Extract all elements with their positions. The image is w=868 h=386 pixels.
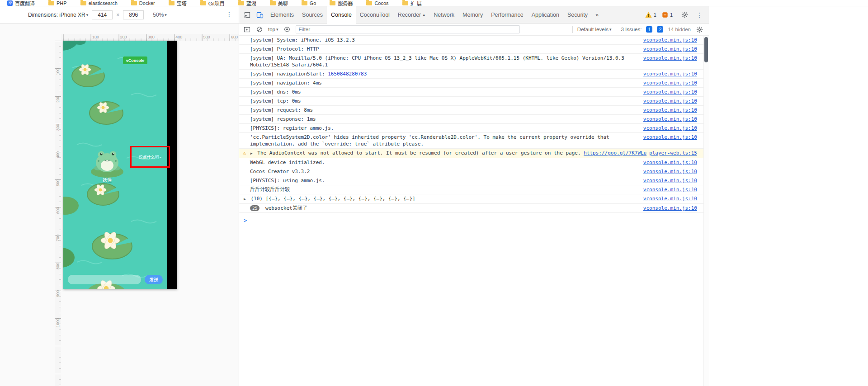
console-log-area: vconsole.min.js:10 ⚠ [system] System: iP… <box>239 36 709 386</box>
devtools-tab[interactable]: Security <box>563 6 592 23</box>
bookmark-item[interactable]: 译 elasticsearch <box>80 0 118 6</box>
send-button[interactable]: 发送 <box>145 275 163 284</box>
console-message: vconsole.min.js:10 ⚠ [system] response: … <box>239 115 703 124</box>
console-filter-input[interactable] <box>296 25 520 33</box>
bookmark-label: 美聊 <box>278 0 288 6</box>
devtools-tab[interactable]: Console <box>327 6 356 23</box>
chat-input[interactable] <box>68 275 141 284</box>
inspect-icon[interactable] <box>241 6 254 23</box>
log-levels-select[interactable]: Default levels ▾ <box>577 27 612 32</box>
folder-icon <box>270 1 276 5</box>
ruler-slot: 400 <box>55 151 61 179</box>
bookmark-label: 扩 展 <box>410 0 422 6</box>
source-link[interactable]: vconsole.min.js:10 <box>643 177 697 184</box>
source-link[interactable]: vconsole.min.js:10 <box>643 55 697 61</box>
devtools-tab[interactable]: Network <box>429 6 458 23</box>
chevron-down-icon: ▾ <box>165 13 167 17</box>
bookmark-item[interactable]: 译 蓝湖 <box>238 0 256 6</box>
devtools-tab[interactable]: Recorder ▲ <box>394 6 429 23</box>
zoom-select[interactable]: 50% ▾ <box>153 12 167 18</box>
devtools-tab[interactable]: Application <box>528 6 563 23</box>
message-text: [system] navigationStart: <box>250 71 328 77</box>
source-link[interactable]: vconsole.min.js:10 <box>643 195 697 202</box>
bookmark-item[interactable]: 译 Go <box>302 0 316 6</box>
divider <box>616 26 616 33</box>
issue-badge[interactable]: 1 <box>646 26 652 33</box>
source-link[interactable]: vconsole.min.js:10 <box>643 159 697 166</box>
js-context-select[interactable]: top ▾ <box>268 27 278 32</box>
console-prompt[interactable]: > <box>239 213 709 224</box>
devtools-tab[interactable]: Memory <box>458 6 487 23</box>
zoom-value: 50% <box>153 12 164 18</box>
console-scrollbar[interactable] <box>703 36 709 386</box>
source-link[interactable]: vconsole.min.js:10 <box>643 71 697 77</box>
settings-icon[interactable] <box>678 11 691 18</box>
ruler-label: 300 <box>146 34 174 41</box>
source-link[interactable]: vconsole.min.js:10 <box>643 37 697 43</box>
height-input[interactable] <box>123 10 144 19</box>
expand-arrow-icon[interactable]: ▶ <box>244 197 246 201</box>
divider <box>572 26 573 33</box>
source-link[interactable]: vconsole.min.js:10 <box>643 89 697 95</box>
bookmark-item[interactable]: 译 Git项目 <box>200 0 225 6</box>
issues-label[interactable]: 3 Issues: <box>621 27 642 32</box>
devtools-tab[interactable]: Elements <box>266 6 298 23</box>
console-message: vconsole.min.js:10 ⚠ [PHYSICS]: register… <box>239 124 703 133</box>
console-settings-icon[interactable] <box>695 26 703 33</box>
devtools-tab[interactable]: Sources <box>298 6 327 23</box>
bookmark-label: 蓝湖 <box>246 0 256 6</box>
folder-icon <box>131 1 137 5</box>
clear-console-icon[interactable] <box>255 26 264 33</box>
source-link[interactable]: player-web.ts:15 <box>649 150 697 156</box>
devtools-tab[interactable]: CoconuTool <box>356 6 394 23</box>
devtools-tabbar: Elements Sources Console CoconuTool Reco… <box>239 6 709 24</box>
bookmark-item[interactable]: 译 宝塔 <box>169 0 187 6</box>
bookmark-item[interactable]: 译 Docker <box>131 0 155 6</box>
more-tabs-button[interactable]: » <box>592 6 602 23</box>
ruler-label: 1000 <box>56 318 60 328</box>
expand-arrow-icon[interactable]: ▶ <box>250 151 253 155</box>
device-options-icon[interactable]: ⋮ <box>226 11 232 18</box>
source-link[interactable]: vconsole.min.js:10 <box>643 205 697 212</box>
devtools-menu-icon[interactable]: ⋮ <box>696 12 703 18</box>
js-context-value: top <box>268 27 275 32</box>
bookmark-item[interactable]: 译 Cocos <box>366 0 388 6</box>
width-input[interactable] <box>92 10 113 19</box>
warnings-counter[interactable]: 1 <box>645 12 656 18</box>
message-text: [PHYSICS]: register ammo.js. <box>250 125 334 131</box>
bookmark-item[interactable]: 译 PHP <box>48 0 67 6</box>
console-message: vconsole.min.js:10 ⚠ ▶ (10) [{…}, {…}, {… <box>239 194 703 204</box>
devtools-tab[interactable]: Performance <box>487 6 528 23</box>
vconsole-button[interactable]: vConsole <box>123 56 147 64</box>
console-sidebar-icon[interactable] <box>243 27 251 33</box>
bookmark-item[interactable]: 译 服务器 <box>330 0 353 6</box>
bookmark-item[interactable]: 译 美聊 <box>270 0 288 6</box>
source-link[interactable]: vconsole.min.js:10 <box>643 46 697 52</box>
ruler-slot: 200 <box>55 96 61 123</box>
issue-badge[interactable]: 2 <box>657 26 663 33</box>
hidden-messages-label[interactable]: 14 hidden <box>668 27 691 32</box>
baidu-translate-icon: 译 <box>7 0 13 6</box>
source-link[interactable]: vconsole.min.js:10 <box>643 98 697 104</box>
message-link[interactable]: https://goo.gl/7K7WLu <box>584 150 646 156</box>
ruler-slot: 300 <box>55 124 61 151</box>
device-toolbar-icon[interactable] <box>254 6 266 23</box>
source-link[interactable]: vconsole.min.js:10 <box>643 125 697 132</box>
source-link[interactable]: vconsole.min.js:10 <box>643 107 697 113</box>
bookmark-label: elasticsearch <box>89 0 118 6</box>
live-expression-icon[interactable] <box>283 27 291 32</box>
console-message: vconsole.min.js:10 ⚠ [system] navigation… <box>239 79 703 88</box>
chevron-down-icon: ▾ <box>609 27 612 32</box>
source-link[interactable]: vconsole.min.js:10 <box>643 134 697 141</box>
dimensions-select[interactable]: Dimensions: iPhone XR ▾ <box>28 12 88 18</box>
bookmark-item[interactable]: 译 百度翻译 <box>7 0 35 6</box>
message-text: [system] UA: Mozilla/5.0 (iPhone; CPU iP… <box>250 55 627 68</box>
bookmark-item[interactable]: 译 扩 展 <box>402 0 422 6</box>
ruler-slot: 900 <box>55 290 61 318</box>
source-link[interactable]: vconsole.min.js:10 <box>643 168 697 175</box>
source-link[interactable]: vconsole.min.js:10 <box>643 80 697 86</box>
issues-counter[interactable]: 1 <box>662 12 673 18</box>
scrollbar-thumb[interactable] <box>704 37 708 62</box>
source-link[interactable]: vconsole.min.js:10 <box>643 186 697 193</box>
source-link[interactable]: vconsole.min.js:10 <box>643 116 697 122</box>
